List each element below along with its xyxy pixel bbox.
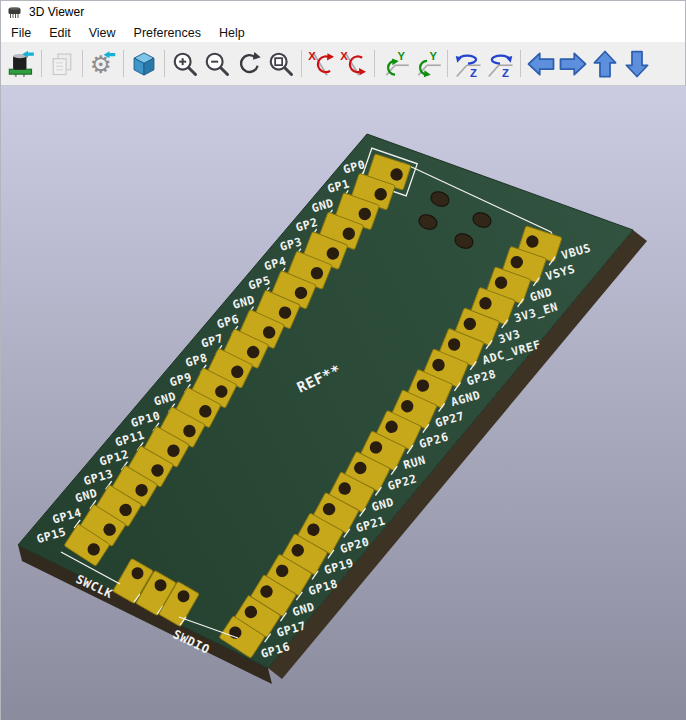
move-right-button[interactable]: [557, 48, 589, 80]
arrow-right-icon: [558, 49, 588, 79]
viewport-3d[interactable]: GP0GP1GNDGP2GP3GP4GP5GNDGP6GP7GP8GP9GNDG…: [1, 86, 686, 720]
menu-preferences[interactable]: Preferences: [125, 25, 210, 42]
rotate-z-counterclockwise-button[interactable]: Z: [484, 48, 516, 80]
svg-text:Z: Z: [470, 66, 477, 78]
zoom-in-icon: [171, 50, 199, 78]
svg-text:Z: Z: [502, 66, 509, 78]
reload-board-button[interactable]: [5, 48, 37, 80]
rotate-z-clockwise-button[interactable]: Z: [452, 48, 484, 80]
zoom-out-button[interactable]: [201, 48, 233, 80]
toolbar: ⚙ X X Y Y: [1, 42, 685, 86]
toolbar-separator: [41, 50, 42, 77]
arrow-left-icon: [526, 49, 556, 79]
rotate-z-cw-icon: Z: [453, 49, 483, 79]
toolbar-separator: [123, 50, 124, 77]
svg-text:X: X: [308, 50, 316, 62]
render-options-button[interactable]: ⚙: [87, 48, 119, 80]
move-up-button[interactable]: [589, 48, 621, 80]
toolbar-separator: [374, 50, 375, 77]
move-left-button[interactable]: [525, 48, 557, 80]
arrow-down-icon: [622, 49, 652, 79]
menu-help[interactable]: Help: [210, 25, 254, 42]
zoom-out-icon: [203, 50, 231, 78]
3d-viewer-window: 3D Viewer FileEditViewPreferencesHelp ⚙: [0, 0, 686, 720]
redraw-button[interactable]: [233, 48, 265, 80]
zoom-in-button[interactable]: [169, 48, 201, 80]
projection-cube-button[interactable]: [128, 48, 160, 80]
rotate-y-ccw-icon: Y: [412, 49, 442, 79]
cube-3d-icon: [130, 50, 158, 78]
copy-image-button[interactable]: [46, 48, 78, 80]
menu-view[interactable]: View: [80, 25, 125, 42]
toolbar-separator: [164, 50, 165, 77]
rotate-y-cw-icon: Y: [380, 49, 410, 79]
rotate-x-ccw-icon: X: [339, 49, 369, 79]
menu-edit[interactable]: Edit: [40, 25, 80, 42]
menu-bar: FileEditViewPreferencesHelp: [1, 23, 685, 42]
toolbar-separator: [447, 50, 448, 77]
rotate-z-ccw-icon: Z: [485, 49, 515, 79]
viewport-container: GP0GP1GNDGP2GP3GP4GP5GNDGP6GP7GP8GP9GNDG…: [1, 86, 685, 720]
pcb-reload-icon: [7, 50, 35, 78]
rotate-x-cw-icon: X: [307, 49, 337, 79]
toolbar-separator: [301, 50, 302, 77]
window-title: 3D Viewer: [29, 5, 84, 19]
gear-arrow-icon: ⚙: [89, 50, 117, 78]
zoom-to-fit-button[interactable]: [265, 48, 297, 80]
title-bar: 3D Viewer: [1, 1, 685, 23]
zoom-fit-icon: [267, 50, 295, 78]
toolbar-separator: [520, 50, 521, 77]
rotate-x-counterclockwise-button[interactable]: X: [338, 48, 370, 80]
rotate-x-clockwise-button[interactable]: X: [306, 48, 338, 80]
copy-icon: [48, 50, 76, 78]
arrow-up-icon: [590, 49, 620, 79]
svg-text:Y: Y: [430, 50, 438, 62]
menu-file[interactable]: File: [2, 25, 40, 42]
redraw-icon: [235, 50, 263, 78]
toolbar-separator: [82, 50, 83, 77]
move-down-button[interactable]: [621, 48, 653, 80]
rotate-y-clockwise-button[interactable]: Y: [379, 48, 411, 80]
ic-chip-icon: [7, 5, 23, 19]
svg-text:X: X: [340, 50, 348, 62]
svg-text:Y: Y: [398, 50, 406, 62]
rotate-y-counterclockwise-button[interactable]: Y: [411, 48, 443, 80]
